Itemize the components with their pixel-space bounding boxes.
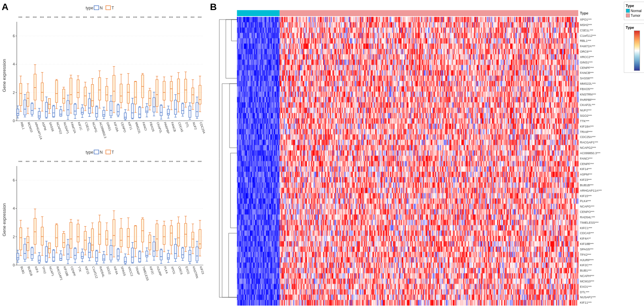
gradient-bar <box>634 31 640 71</box>
normal-legend-item: Normal <box>626 9 644 13</box>
legend-area: Type Normal Tumor Type 4 2 0 -2 -4 <box>622 0 644 308</box>
panel-a-label: A <box>2 2 8 12</box>
color-legend-title: Type <box>626 25 644 30</box>
type-legend-title: Type <box>626 4 644 8</box>
color-legend: Type 4 2 0 -2 -4 <box>624 23 644 73</box>
tumor-legend-item: Tumor <box>626 13 644 17</box>
tumor-color-swatch <box>626 13 630 17</box>
panel-b: B Type Normal Tumor Type 4 2 0 -2 <box>208 0 644 308</box>
type-legend: Type Normal Tumor <box>624 2 644 20</box>
tumor-label: Tumor <box>631 14 641 17</box>
panel-b-label: B <box>210 2 217 12</box>
heatmap-canvas <box>217 2 622 308</box>
top-boxplot <box>2 3 207 148</box>
normal-label: Normal <box>631 9 642 13</box>
panel-a: A <box>0 0 208 308</box>
bottom-boxplot <box>2 148 207 292</box>
normal-color-swatch <box>626 9 630 13</box>
